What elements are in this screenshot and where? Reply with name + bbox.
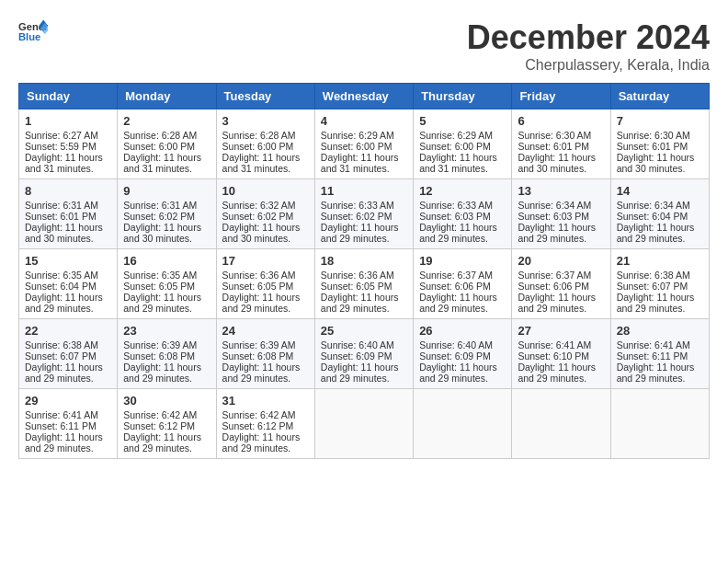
location-title: Cherpulassery, Kerala, India <box>467 57 710 74</box>
daylight-text: Daylight: 11 hours and 29 minutes. <box>518 222 604 244</box>
sunset-text: Sunset: 6:01 PM <box>518 141 604 152</box>
sunset-text: Sunset: 6:05 PM <box>321 281 407 292</box>
col-header-sunday: Sunday <box>19 84 118 109</box>
daylight-text: Daylight: 11 hours and 29 minutes. <box>321 362 407 384</box>
sunset-text: Sunset: 6:01 PM <box>25 211 111 222</box>
sunrise-text: Sunrise: 6:29 AM <box>419 130 506 141</box>
sunset-text: Sunset: 5:59 PM <box>25 141 111 152</box>
sunset-text: Sunset: 6:08 PM <box>222 350 309 362</box>
sunrise-text: Sunrise: 6:32 AM <box>222 200 309 211</box>
sunset-text: Sunset: 6:11 PM <box>617 350 703 362</box>
sunset-text: Sunset: 6:00 PM <box>321 141 407 152</box>
daylight-text: Daylight: 11 hours and 29 minutes. <box>617 222 703 244</box>
calendar-cell: 29Sunrise: 6:41 AMSunset: 6:11 PMDayligh… <box>19 389 118 459</box>
daylight-text: Daylight: 11 hours and 30 minutes. <box>25 222 111 244</box>
daylight-text: Daylight: 11 hours and 31 minutes. <box>419 152 506 174</box>
sunrise-text: Sunrise: 6:31 AM <box>25 200 111 211</box>
day-number: 28 <box>617 324 703 338</box>
sunset-text: Sunset: 6:07 PM <box>617 281 703 292</box>
daylight-text: Daylight: 11 hours and 30 minutes. <box>222 222 309 244</box>
sunrise-text: Sunrise: 6:42 AM <box>123 409 210 420</box>
calendar-header-row: SundayMondayTuesdayWednesdayThursdayFrid… <box>19 84 710 109</box>
sunset-text: Sunset: 6:09 PM <box>321 350 407 362</box>
sunrise-text: Sunrise: 6:37 AM <box>419 270 506 281</box>
logo: General Blue <box>18 18 48 44</box>
calendar-cell: 1Sunrise: 6:27 AMSunset: 5:59 PMDaylight… <box>19 109 118 179</box>
daylight-text: Daylight: 11 hours and 29 minutes. <box>321 292 407 314</box>
sunset-text: Sunset: 6:07 PM <box>25 350 111 362</box>
sunset-text: Sunset: 6:11 PM <box>25 420 111 431</box>
daylight-text: Daylight: 11 hours and 29 minutes. <box>123 431 210 454</box>
sunrise-text: Sunrise: 6:37 AM <box>518 270 604 281</box>
day-number: 8 <box>25 184 111 198</box>
daylight-text: Daylight: 11 hours and 29 minutes. <box>518 292 604 314</box>
daylight-text: Daylight: 11 hours and 31 minutes. <box>25 152 111 174</box>
day-number: 1 <box>25 114 111 128</box>
calendar-cell: 2Sunrise: 6:28 AMSunset: 6:00 PMDaylight… <box>118 109 216 179</box>
day-number: 20 <box>518 254 604 268</box>
day-number: 27 <box>518 324 604 338</box>
sunrise-text: Sunrise: 6:40 AM <box>321 339 407 350</box>
sunset-text: Sunset: 6:00 PM <box>222 141 309 152</box>
sunrise-text: Sunrise: 6:39 AM <box>123 339 210 350</box>
calendar-week-row: 8Sunrise: 6:31 AMSunset: 6:01 PMDaylight… <box>19 179 710 249</box>
sunset-text: Sunset: 6:03 PM <box>419 211 506 222</box>
day-number: 11 <box>321 184 407 198</box>
calendar-cell: 8Sunrise: 6:31 AMSunset: 6:01 PMDaylight… <box>19 179 118 249</box>
sunrise-text: Sunrise: 6:38 AM <box>617 270 703 281</box>
calendar-cell <box>414 389 512 459</box>
logo-icon: General Blue <box>18 18 48 44</box>
day-number: 4 <box>321 114 407 128</box>
sunrise-text: Sunrise: 6:42 AM <box>222 409 309 420</box>
day-number: 3 <box>222 114 309 128</box>
calendar-cell: 4Sunrise: 6:29 AMSunset: 6:00 PMDaylight… <box>314 109 413 179</box>
sunset-text: Sunset: 6:05 PM <box>123 281 210 292</box>
day-number: 23 <box>123 324 210 338</box>
sunrise-text: Sunrise: 6:27 AM <box>25 130 111 141</box>
sunrise-text: Sunrise: 6:39 AM <box>222 339 309 350</box>
col-header-monday: Monday <box>118 84 216 109</box>
calendar-cell <box>314 389 413 459</box>
sunrise-text: Sunrise: 6:33 AM <box>321 200 407 211</box>
sunset-text: Sunset: 6:05 PM <box>222 281 309 292</box>
col-header-wednesday: Wednesday <box>314 84 413 109</box>
sunset-text: Sunset: 6:06 PM <box>518 281 604 292</box>
day-number: 12 <box>419 184 506 198</box>
day-number: 17 <box>222 254 309 268</box>
calendar-cell: 23Sunrise: 6:39 AMSunset: 6:08 PMDayligh… <box>118 319 216 389</box>
daylight-text: Daylight: 11 hours and 30 minutes. <box>123 222 210 244</box>
month-title: December 2024 <box>467 18 710 57</box>
calendar-cell: 5Sunrise: 6:29 AMSunset: 6:00 PMDaylight… <box>414 109 512 179</box>
calendar-table: SundayMondayTuesdayWednesdayThursdayFrid… <box>18 83 710 459</box>
sunset-text: Sunset: 6:02 PM <box>321 211 407 222</box>
day-number: 10 <box>222 184 309 198</box>
calendar-cell: 3Sunrise: 6:28 AMSunset: 6:00 PMDaylight… <box>216 109 314 179</box>
sunset-text: Sunset: 6:12 PM <box>123 420 210 431</box>
calendar-cell: 24Sunrise: 6:39 AMSunset: 6:08 PMDayligh… <box>216 319 314 389</box>
calendar-cell: 6Sunrise: 6:30 AMSunset: 6:01 PMDaylight… <box>512 109 610 179</box>
col-header-thursday: Thursday <box>414 84 512 109</box>
day-number: 5 <box>419 114 506 128</box>
calendar-cell: 27Sunrise: 6:41 AMSunset: 6:10 PMDayligh… <box>512 319 610 389</box>
sunrise-text: Sunrise: 6:28 AM <box>222 130 309 141</box>
sunrise-text: Sunrise: 6:41 AM <box>518 339 604 350</box>
calendar-cell: 17Sunrise: 6:36 AMSunset: 6:05 PMDayligh… <box>216 249 314 319</box>
calendar-cell: 28Sunrise: 6:41 AMSunset: 6:11 PMDayligh… <box>610 319 709 389</box>
title-block: December 2024 Cherpulassery, Kerala, Ind… <box>467 18 710 74</box>
daylight-text: Daylight: 11 hours and 30 minutes. <box>518 152 604 174</box>
sunrise-text: Sunrise: 6:35 AM <box>123 270 210 281</box>
day-number: 6 <box>518 114 604 128</box>
col-header-tuesday: Tuesday <box>216 84 314 109</box>
day-number: 16 <box>123 254 210 268</box>
day-number: 29 <box>25 394 111 408</box>
sunrise-text: Sunrise: 6:34 AM <box>617 200 703 211</box>
daylight-text: Daylight: 11 hours and 29 minutes. <box>222 362 309 384</box>
calendar-week-row: 29Sunrise: 6:41 AMSunset: 6:11 PMDayligh… <box>19 389 710 459</box>
calendar-week-row: 22Sunrise: 6:38 AMSunset: 6:07 PMDayligh… <box>19 319 710 389</box>
sunset-text: Sunset: 6:12 PM <box>222 420 309 431</box>
day-number: 22 <box>25 324 111 338</box>
calendar-cell: 31Sunrise: 6:42 AMSunset: 6:12 PMDayligh… <box>216 389 314 459</box>
day-number: 9 <box>123 184 210 198</box>
day-number: 7 <box>617 114 703 128</box>
calendar-cell: 19Sunrise: 6:37 AMSunset: 6:06 PMDayligh… <box>414 249 512 319</box>
